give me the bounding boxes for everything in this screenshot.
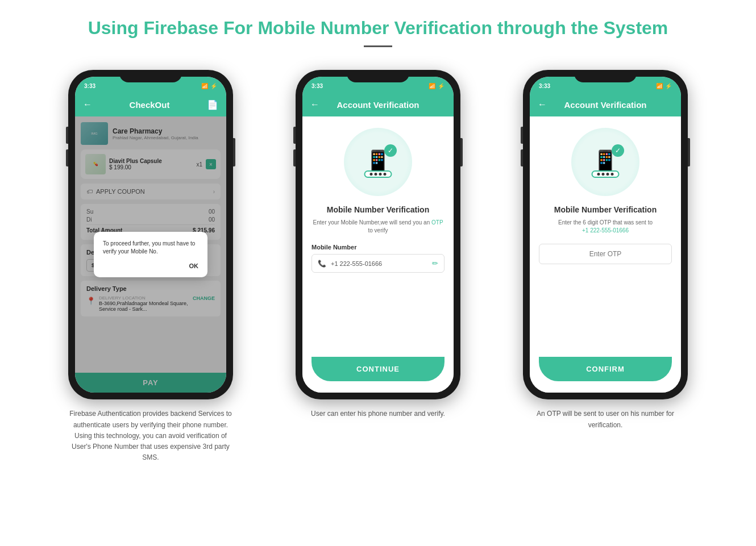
phone3-screen-title: Mobile Number Verification xyxy=(554,205,657,214)
phone3-verify-content: 📱 ✓ Mobile Number Verification xyxy=(530,116,681,393)
phone2-time: 3:33 xyxy=(311,83,323,89)
phone1-menu-icon[interactable]: 📄 xyxy=(207,99,218,110)
phone3-header-title: Account Verification xyxy=(564,100,646,110)
page-title: Using Firebase For Mobile Number Verific… xyxy=(11,17,745,39)
phone2-column: 3:33 📶 ⚡ ← Account Verification xyxy=(281,70,475,419)
phone2-description: User can enter his phone number and veri… xyxy=(311,409,445,419)
phone1-time: 3:33 xyxy=(84,83,95,89)
phone3-battery-icon: ⚡ xyxy=(665,83,672,89)
phone3-subtitle: Enter the 6 digit OTP that was sent to +… xyxy=(558,219,653,235)
phone1-header: ← CheckOut 📄 xyxy=(75,93,226,116)
phone2-notch xyxy=(347,70,409,82)
continue-button[interactable]: CONTINUE xyxy=(311,357,445,381)
phone2-subtitle: Enter your Mobile Number,we will send yo… xyxy=(311,219,445,235)
dialog-ok-button[interactable]: OK xyxy=(103,262,198,269)
phone3-notch xyxy=(574,70,637,82)
phone2-field-label: Mobile Number xyxy=(311,244,356,251)
phone1-screen: 3:33 📶 ⚡ ← CheckOut 📄 xyxy=(75,77,226,393)
phone2-otp-link: OTP xyxy=(431,219,443,226)
phone2-shell: 3:33 📶 ⚡ ← Account Verification xyxy=(296,70,460,399)
phones-row: 3:33 📶 ⚡ ← CheckOut 📄 xyxy=(11,70,745,463)
phone2-battery-icon: ⚡ xyxy=(438,83,445,89)
phone2-phone-value: +1 222-555-01666 xyxy=(331,260,427,267)
phone1-column: 3:33 📶 ⚡ ← CheckOut 📄 xyxy=(54,70,247,463)
phone2-verify-content: 📱 ✓ Mobile Number Verification xyxy=(302,116,454,393)
phone2-phone-field[interactable]: 📞 +1 222-555-01666 ✏ xyxy=(311,254,445,273)
phone3-header: ← Account Verification xyxy=(530,93,681,116)
title-divider xyxy=(364,45,392,47)
phone1-wifi-icon: 📶 xyxy=(201,83,208,89)
phone3-wifi-icon: 📶 xyxy=(656,83,663,89)
phone2-header-title: Account Verification xyxy=(337,100,419,110)
phone2-illustration: 📱 ✓ xyxy=(344,128,412,196)
phone3-shell: 3:33 📶 ⚡ ← Account Verification xyxy=(523,70,688,399)
phone2-wifi-icon: 📶 xyxy=(429,83,435,89)
confirm-button[interactable]: CONFIRM xyxy=(539,357,672,381)
phone2-phone-field-icon: 📞 xyxy=(318,260,326,268)
otp-input[interactable] xyxy=(539,244,672,264)
phone2-header: ← Account Verification xyxy=(302,93,454,116)
phone3-dots-badge xyxy=(592,170,620,178)
phone3-screen: 3:33 📶 ⚡ ← Account Verification xyxy=(530,77,681,393)
phone2-screen: 3:33 📶 ⚡ ← Account Verification xyxy=(302,77,454,393)
phone1-back-icon[interactable]: ← xyxy=(83,99,92,110)
phone3-column: 3:33 📶 ⚡ ← Account Verification xyxy=(509,70,702,430)
phone3-time: 3:33 xyxy=(539,83,550,89)
phone2-phone-wrap: 📱 ✓ xyxy=(364,149,392,176)
phone3-description: An OTP will be sent to user on his numbe… xyxy=(520,409,691,430)
phone3-illustration: 📱 ✓ xyxy=(571,128,639,196)
phone3-check-badge: ✓ xyxy=(612,144,624,157)
phone2-check-badge: ✓ xyxy=(384,144,397,157)
phone1-description: Firebase Authentication provides backend… xyxy=(65,409,236,463)
phone2-edit-icon[interactable]: ✏ xyxy=(432,259,438,268)
dialog-overlay: To proceed further, you must have to ver… xyxy=(75,116,226,393)
dialog-box: To proceed further, you must have to ver… xyxy=(94,232,207,277)
phone2-dots-badge xyxy=(364,170,392,178)
phone1-header-title: CheckOut xyxy=(130,100,170,110)
phone3-phone-wrap: 📱 ✓ xyxy=(591,149,620,176)
phone1-shell: 3:33 📶 ⚡ ← CheckOut 📄 xyxy=(68,70,233,399)
phone2-screen-title: Mobile Number Verification xyxy=(327,205,429,214)
phone1-notch xyxy=(119,70,182,82)
phone1-battery-icon: ⚡ xyxy=(210,83,217,89)
phone2-back-icon[interactable]: ← xyxy=(310,99,319,110)
dialog-message: To proceed further, you must have to ver… xyxy=(103,240,198,256)
phone3-back-icon[interactable]: ← xyxy=(538,99,547,110)
phone3-phone-link: +1 222-555-01666 xyxy=(582,227,629,234)
